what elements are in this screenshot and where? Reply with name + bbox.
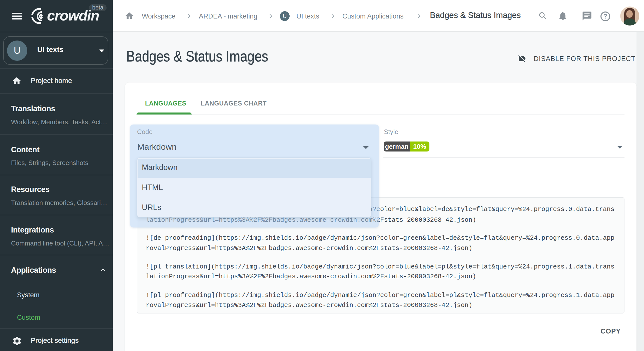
svg-text:?: ?: [603, 12, 607, 20]
